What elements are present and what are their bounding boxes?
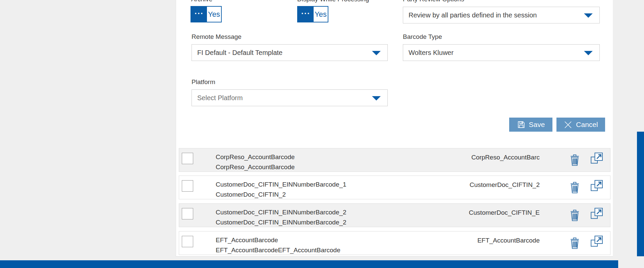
trash-icon <box>570 181 580 194</box>
toggle-dots-icon: ··· <box>191 7 207 22</box>
display-while-processing-toggle-value: Yes <box>314 7 328 22</box>
save-button-label: Save <box>529 121 545 129</box>
barcode-name-line2: CorpReso_AccountBarcode <box>216 162 295 172</box>
open-in-new-icon <box>590 235 603 248</box>
remote-message-value: FI Default - Default Template <box>197 49 282 57</box>
open-button[interactable] <box>590 180 603 193</box>
party-review-options-label: Party Review Options <box>403 0 464 3</box>
list-item: CorpReso_AccountBarcode CorpReso_Account… <box>179 148 610 172</box>
remote-message-select[interactable]: FI Default - Default Template <box>192 44 388 61</box>
barcode-type-value: Wolters Kluwer <box>409 49 453 57</box>
chevron-down-icon <box>372 51 381 55</box>
row-checkbox[interactable] <box>182 180 193 192</box>
barcode-names: CorpReso_AccountBarcode CorpReso_Account… <box>216 152 295 172</box>
chevron-down-icon <box>372 96 381 100</box>
open-button[interactable] <box>590 235 603 249</box>
row-checkbox[interactable] <box>182 153 193 164</box>
barcode-right-value: CorpReso_AccountBarc <box>471 154 540 161</box>
delete-button[interactable] <box>570 236 580 250</box>
platform-placeholder: Select Platform <box>197 94 243 102</box>
save-floppy-icon <box>517 120 526 129</box>
page: Archive Display While Processing Party R… <box>0 0 644 268</box>
barcode-right-value: CustomerDoc_CIFTIN_E <box>469 209 540 216</box>
barcode-name-line1: CustomerDoc_CIFTIN_EINNumberBarcode_2 <box>216 207 346 217</box>
chevron-down-icon <box>584 51 593 55</box>
bottom-bar <box>0 260 618 268</box>
trash-icon <box>570 236 580 249</box>
barcode-right-value: CustomerDoc_CIFTIN_2 <box>470 181 540 189</box>
delete-button[interactable] <box>570 181 580 195</box>
delete-button[interactable] <box>570 153 580 167</box>
barcode-name-line1: EFT_AccountBarcode <box>216 235 340 245</box>
open-in-new-icon <box>590 152 603 165</box>
save-button[interactable]: Save <box>509 118 552 132</box>
party-review-options-value: Review by all parties defined in the ses… <box>409 11 537 19</box>
open-in-new-icon <box>590 207 603 220</box>
barcode-name-line1: CustomerDoc_CIFTIN_EINNumberBarcode_1 <box>216 180 346 190</box>
list-item: EFT_AccountBarcode EFT_AccountBarcodeEFT… <box>179 231 610 255</box>
barcode-name-line2: EFT_AccountBarcodeEFT_AccountBarcode <box>216 245 340 255</box>
platform-select[interactable]: Select Platform <box>192 89 388 106</box>
open-button[interactable] <box>590 207 603 221</box>
open-button[interactable] <box>590 152 603 166</box>
right-scrollbar-thumb[interactable] <box>637 132 644 256</box>
row-checkbox[interactable] <box>182 236 193 247</box>
chevron-down-icon <box>584 13 593 18</box>
barcode-names: CustomerDoc_CIFTIN_EINNumberBarcode_2 Cu… <box>216 207 346 227</box>
barcode-type-label: Barcode Type <box>403 33 442 41</box>
remote-message-label: Remote Message <box>192 33 241 41</box>
barcode-right-value: EFT_AccountBarcode <box>477 237 540 244</box>
row-checkbox[interactable] <box>182 208 193 219</box>
barcode-name-line2: CustomerDoc_CIFTIN_2 <box>216 190 346 200</box>
party-review-options-select[interactable]: Review by all parties defined in the ses… <box>403 7 600 23</box>
barcode-names: CustomerDoc_CIFTIN_EINNumberBarcode_1 Cu… <box>216 180 346 200</box>
barcode-type-select[interactable]: Wolters Kluwer <box>403 44 600 61</box>
archive-toggle[interactable]: ··· Yes <box>191 6 222 22</box>
cancel-button-label: Cancel <box>576 121 598 129</box>
list-item: CustomerDoc_CIFTIN_EINNumberBarcode_1 Cu… <box>179 176 610 199</box>
display-while-processing-toggle[interactable]: ··· Yes <box>297 6 328 22</box>
barcode-name-line1: CorpReso_AccountBarcode <box>216 152 295 162</box>
list-item: CustomerDoc_CIFTIN_EINNumberBarcode_2 Cu… <box>179 203 610 227</box>
barcode-name-line2: CustomerDoc_CIFTIN_EINNumberBarcode_2 <box>216 217 346 227</box>
archive-label: Archive <box>191 0 212 3</box>
display-while-processing-label: Display While Processing <box>297 0 369 3</box>
cancel-x-icon <box>564 120 573 129</box>
archive-toggle-value: Yes <box>207 7 221 22</box>
delete-button[interactable] <box>570 208 580 222</box>
trash-icon <box>570 208 580 221</box>
open-in-new-icon <box>590 180 603 192</box>
trash-icon <box>570 153 580 166</box>
barcode-names: EFT_AccountBarcode EFT_AccountBarcodeEFT… <box>216 235 340 255</box>
platform-label: Platform <box>192 78 215 86</box>
cancel-button[interactable]: Cancel <box>556 118 605 132</box>
toggle-dots-icon: ··· <box>298 7 314 22</box>
